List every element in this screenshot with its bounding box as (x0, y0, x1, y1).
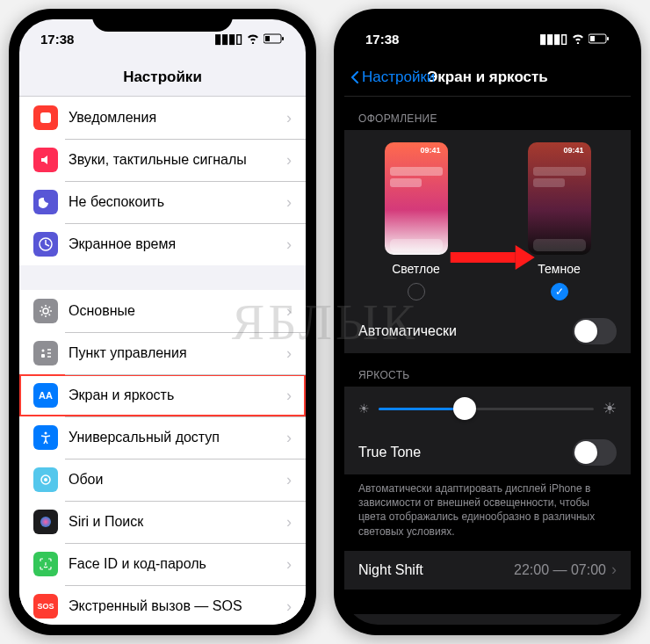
back-button[interactable]: Настройки (351, 69, 435, 86)
general-icon (33, 299, 58, 323)
list-item[interactable]: Face ID и код-пароль› (19, 543, 306, 585)
truetone-toggle[interactable] (573, 439, 617, 466)
item-label: Face ID и код-пароль (69, 556, 206, 572)
section-brightness-title: ЯРКОСТЬ (344, 353, 631, 387)
sounds-icon (33, 148, 58, 172)
item-label: Уведомления (69, 110, 156, 126)
svg-rect-2 (265, 36, 270, 41)
screen-settings: 17:38 ▮▮▮▯ Настройки Уведомления›Звуки, … (19, 19, 306, 625)
chevron-right-icon: › (286, 387, 292, 405)
wifi-icon (571, 32, 585, 47)
sun-small-icon: ☀︎ (358, 402, 370, 416)
sos-icon: SOS (33, 594, 58, 619)
phone-left: 17:38 ▮▮▮▯ Настройки Уведомления›Звуки, … (9, 9, 316, 635)
item-label: Siri и Поиск (69, 514, 143, 530)
appearance-light-option[interactable]: 09:41 Светлое (385, 142, 448, 300)
list-item[interactable]: AAЭкран и яркость› (19, 374, 306, 416)
status-indicators: ▮▮▮▯ (539, 31, 610, 47)
phone-right: 17:38 ▮▮▮▯ Настройки Экран и яркость (334, 9, 641, 635)
status-time: 17:38 (365, 32, 399, 47)
signal-icon: ▮▮▮▯ (539, 31, 567, 47)
back-label: Настройки (362, 69, 435, 86)
chevron-right-icon: › (611, 561, 617, 579)
settings-list[interactable]: Уведомления›Звуки, тактильные сигналы›Не… (19, 97, 306, 625)
svg-rect-17 (607, 37, 609, 40)
svg-point-9 (44, 478, 47, 481)
item-label: Не беспокоить (69, 194, 164, 210)
automatic-row[interactable]: Автоматически (344, 309, 631, 353)
chevron-right-icon: › (286, 597, 292, 616)
chevron-right-icon: › (286, 235, 292, 254)
chevron-right-icon: › (286, 344, 292, 363)
item-label: Основные (69, 303, 135, 319)
list-item[interactable]: Универсальный доступ› (19, 416, 306, 459)
list-item[interactable]: Экранное время› (19, 223, 306, 265)
chevron-right-icon: › (286, 471, 292, 489)
chevron-right-icon: › (286, 151, 292, 170)
svg-rect-18 (590, 36, 595, 41)
list-item[interactable]: Основные› (19, 290, 306, 332)
dark-radio[interactable] (551, 283, 568, 300)
header: Настройки (19, 58, 306, 97)
truetone-row[interactable]: True Tone (344, 431, 631, 474)
chevron-right-icon: › (286, 193, 292, 212)
battery-icon (589, 32, 610, 47)
nightshift-row[interactable]: Night Shift 22:00 — 07:00› (344, 551, 631, 590)
brightness-slider[interactable] (379, 408, 594, 410)
list-item[interactable]: Не беспокоить› (19, 181, 306, 223)
control-center-icon (33, 341, 58, 365)
display-icon: AA (33, 383, 58, 408)
chevron-right-icon: › (286, 109, 292, 127)
svg-rect-3 (40, 112, 51, 123)
chevron-right-icon: › (286, 429, 292, 447)
light-label: Светлое (385, 262, 448, 276)
wifi-icon (246, 32, 260, 47)
item-label: Пункт управления (69, 345, 187, 361)
automatic-toggle[interactable] (573, 318, 617, 344)
chevron-right-icon: › (286, 513, 292, 532)
list-item[interactable]: SOSЭкстренный вызов — SOS› (19, 585, 306, 625)
page-title: Экран и яркость (427, 69, 548, 86)
header: Настройки Экран и яркость (344, 58, 631, 97)
screen-display-brightness: 17:38 ▮▮▮▯ Настройки Экран и яркость (344, 19, 631, 625)
light-radio[interactable] (408, 283, 425, 300)
status-time: 17:38 (40, 32, 74, 47)
autolock-row[interactable]: Автоблокировка 30 с› (344, 614, 631, 625)
nightshift-label: Night Shift (358, 562, 423, 578)
item-label: Обои (69, 472, 103, 488)
svg-point-10 (40, 517, 51, 527)
item-label: Экран и яркость (69, 387, 174, 403)
item-label: Универсальный доступ (69, 430, 220, 445)
svg-point-7 (45, 432, 47, 435)
truetone-label: True Tone (358, 445, 421, 460)
light-preview: 09:41 (385, 142, 448, 255)
page-title: Настройки (123, 69, 202, 86)
display-settings-list[interactable]: ОФОРМЛЕНИЕ 09:41 Светлое 09:41 (344, 97, 631, 625)
list-item[interactable]: Обои› (19, 459, 306, 501)
chevron-right-icon: › (286, 302, 292, 321)
brightness-slider-row: ☀︎ ☀︎ (344, 387, 631, 431)
dnd-icon (33, 190, 58, 214)
battery-icon (264, 32, 285, 47)
svg-point-4 (43, 308, 48, 314)
svg-point-5 (42, 350, 45, 352)
wallpaper-icon (33, 467, 58, 492)
notch (417, 9, 558, 32)
section-appearance-title: ОФОРМЛЕНИЕ (344, 97, 631, 130)
appearance-picker: 09:41 Светлое 09:41 Темное (344, 130, 631, 309)
list-item[interactable]: Siri и Поиск› (19, 501, 306, 543)
item-label: Звуки, тактильные сигналы (69, 152, 247, 168)
appearance-dark-option[interactable]: 09:41 Темное (528, 142, 591, 300)
notch (92, 9, 233, 32)
signal-icon: ▮▮▮▯ (214, 31, 242, 47)
list-item[interactable]: Пункт управления› (19, 332, 306, 374)
status-indicators: ▮▮▮▯ (214, 31, 285, 47)
truetone-note: Автоматически адаптировать дисплей iPhon… (344, 474, 631, 551)
dark-label: Темное (528, 262, 591, 276)
list-item[interactable]: Звуки, тактильные сигналы› (19, 139, 306, 181)
list-item[interactable]: Уведомления› (19, 97, 306, 139)
item-label: Экранное время (69, 236, 176, 252)
notifications-icon (33, 105, 58, 130)
chevron-right-icon: › (611, 624, 617, 625)
sun-large-icon: ☀︎ (603, 399, 617, 418)
